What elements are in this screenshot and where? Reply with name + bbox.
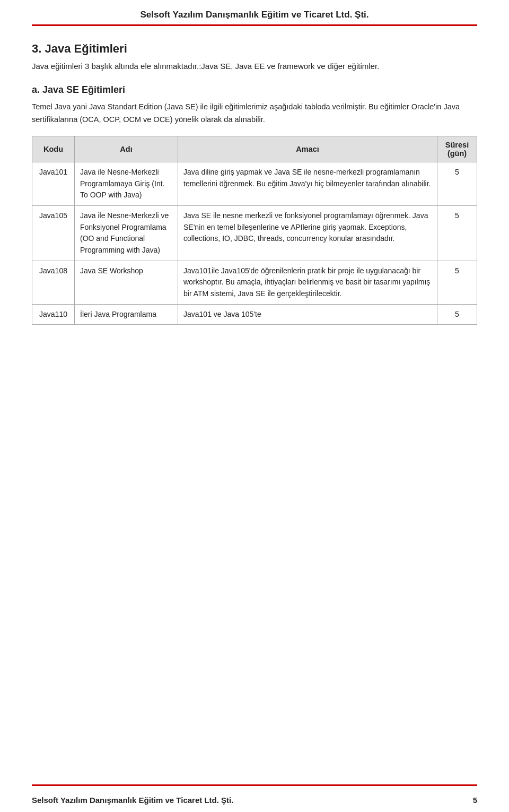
row4-amaci: Java101 ve Java 105'te [178, 304, 437, 325]
table-header-amaci: Amacı [178, 136, 437, 162]
subsection-a-body1: Temel Java yani Java Standart Edition (J… [32, 102, 366, 111]
row1-kodu: Java101 [32, 162, 75, 205]
table-row: Java101 Java ile Nesne-Merkezli Programl… [32, 162, 477, 205]
page-content: 3. Java Eğitimleri Java eğitimleri 3 baş… [32, 26, 477, 784]
table-header-suresi: Süresi (gün) [437, 136, 477, 162]
row3-kodu: Java108 [32, 261, 75, 304]
table-row: Java110 İleri Java Programlama Java101 v… [32, 304, 477, 325]
row1-suresi: 5 [437, 162, 477, 205]
row2-kodu: Java105 [32, 205, 75, 261]
subsection-a-title: a. Java SE Eğitimleri [32, 84, 477, 96]
footer-title: Selsoft Yazılım Danışmanlık Eğitim ve Ti… [32, 796, 233, 805]
row3-amaci: Java101ile Java105'de öğrenilenlerin pra… [178, 261, 437, 304]
row4-adi: İleri Java Programlama [75, 304, 178, 325]
table-row: Java108 Java SE Workshop Java101ile Java… [32, 261, 477, 304]
row4-suresi: 5 [437, 304, 477, 325]
section-number: 3. Java Eğitimleri [32, 42, 477, 56]
footer-page: 5 [473, 796, 477, 805]
row2-suresi: 5 [437, 205, 477, 261]
row2-amaci: Java SE ile nesne merkezli ve fonksiyone… [178, 205, 437, 261]
subsection-a-body: Temel Java yani Java Standart Edition (J… [32, 101, 477, 126]
table-header-adi: Adı [75, 136, 178, 162]
row4-kodu: Java110 [32, 304, 75, 325]
course-table: Kodu Adı Amacı Süresi (gün) Java101 Java… [32, 136, 477, 325]
table-header-kodu: Kodu [32, 136, 75, 162]
table-row: Java105 Java ile Nesne-Merkezli ve Fonks… [32, 205, 477, 261]
section-intro: Java eğitimleri 3 başlık altında ele alı… [32, 60, 477, 73]
header-title: Selsoft Yazılım Danışmanlık Eğitim ve Ti… [32, 10, 477, 20]
page-footer: Selsoft Yazılım Danışmanlık Eğitim ve Ti… [32, 784, 477, 812]
row3-adi: Java SE Workshop [75, 261, 178, 304]
row2-adi: Java ile Nesne-Merkezli ve Fonksiyonel P… [75, 205, 178, 261]
row3-suresi: 5 [437, 261, 477, 304]
page-header: Selsoft Yazılım Danışmanlık Eğitim ve Ti… [32, 0, 477, 26]
row1-adi: Java ile Nesne-Merkezli Programlamaya Gi… [75, 162, 178, 205]
row1-amaci: Java diline giriş yapmak ve Java SE ile … [178, 162, 437, 205]
